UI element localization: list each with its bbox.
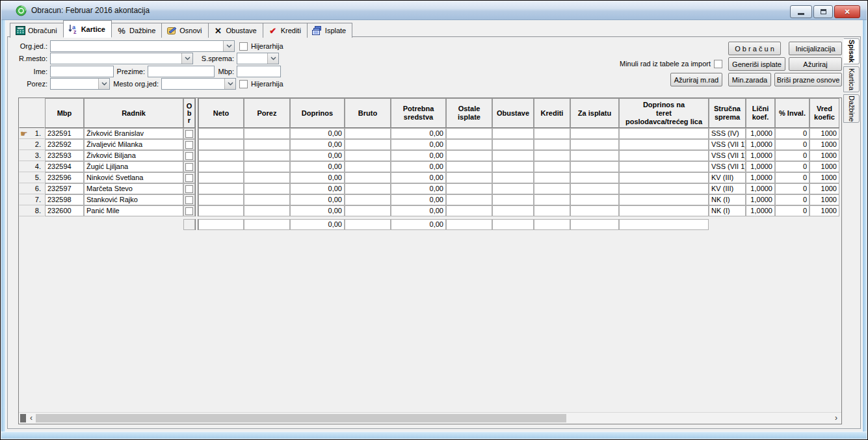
generisi-isplate-button[interactable]: Generiši isplate (728, 57, 785, 71)
cell-doprinos-teret[interactable] (619, 139, 709, 150)
cell-bruto[interactable] (345, 183, 391, 194)
cell-obustave[interactable] (492, 194, 534, 205)
inicijalizacija-button[interactable]: Inicijalizacija (789, 42, 842, 55)
obracun-button[interactable]: O b r a č u n (728, 42, 781, 55)
cell-neto[interactable] (198, 139, 244, 150)
azuriraj-button[interactable]: Ažuriraj (789, 57, 842, 71)
cell-porez[interactable] (244, 139, 290, 150)
cell-mbp[interactable]: 232598 (45, 194, 84, 205)
obr-checkbox[interactable] (185, 152, 193, 160)
cell-krediti[interactable] (534, 205, 570, 216)
s-sprema-dropdown-icon[interactable] (267, 53, 278, 64)
obr-checkbox[interactable] (185, 207, 193, 215)
cell-radnik[interactable]: Žugić Ljiljana (84, 161, 183, 172)
cell-porez[interactable] (244, 194, 290, 205)
cell-porez[interactable] (244, 172, 290, 183)
cell-mbp[interactable]: 232591 (45, 128, 84, 139)
cell-ostale[interactable] (446, 139, 492, 150)
cell-inval[interactable]: 0 (775, 172, 809, 183)
cell-doprinos-teret[interactable] (619, 172, 709, 183)
cell-bruto[interactable] (345, 205, 391, 216)
cell-licni[interactable]: 1,0000 (746, 128, 775, 139)
cell-krediti[interactable] (534, 172, 570, 183)
cell-obustave[interactable] (492, 172, 534, 183)
minuli-rad-checkbox[interactable] (714, 60, 722, 68)
r-mesto-combo[interactable] (50, 53, 193, 64)
cell-vred[interactable]: 1000 (809, 139, 839, 150)
cell-vred[interactable]: 1000 (809, 172, 839, 183)
cell-obr[interactable] (183, 172, 195, 183)
obr-checkbox[interactable] (185, 196, 193, 204)
cell-doprinos[interactable]: 0,00 (290, 194, 345, 205)
cell-obustave[interactable] (492, 128, 534, 139)
cell-mbp[interactable]: 232600 (45, 205, 84, 216)
horizontal-scrollbar[interactable]: ‹ › (19, 412, 841, 424)
cell-radnik[interactable]: Živković Branislav (84, 128, 183, 139)
cell-bruto[interactable] (345, 150, 391, 161)
side-tab-kartica[interactable]: Kartica (843, 66, 860, 92)
cell-radnik[interactable]: Živaljević Milanka (84, 139, 183, 150)
cell-obr[interactable] (183, 139, 195, 150)
cell-mbp[interactable]: 232593 (45, 150, 84, 161)
tab-osnovi[interactable]: Osnovi (161, 23, 208, 38)
maximize-button[interactable] (813, 5, 833, 18)
cell-porez[interactable] (244, 205, 290, 216)
cell-obr[interactable] (183, 183, 195, 194)
cell-potrebna[interactable]: 0,00 (391, 161, 446, 172)
row-selector[interactable]: 5. (19, 172, 45, 183)
cell-strucna[interactable]: VSS (VII 1) (709, 150, 746, 161)
org-jed-dropdown-icon[interactable] (223, 41, 234, 51)
cell-vred[interactable]: 1000 (809, 161, 839, 172)
cell-strucna[interactable]: KV (III) (709, 172, 746, 183)
cell-obustave[interactable] (492, 183, 534, 194)
tab-kartice[interactable]: azKartice (63, 20, 112, 38)
row-selector[interactable]: 3. (19, 150, 45, 161)
tab-obustave[interactable]: ✕Obustave (208, 23, 263, 38)
cell-neto[interactable] (198, 172, 244, 183)
azuriraj-mrad-button[interactable]: Ažuriraj m.rad (670, 73, 722, 86)
cell-ostale[interactable] (446, 183, 492, 194)
cell-potrebna[interactable]: 0,00 (391, 194, 446, 205)
cell-doprinos-teret[interactable] (619, 194, 709, 205)
cell-obustave[interactable] (492, 161, 534, 172)
cell-obustave[interactable] (492, 139, 534, 150)
cell-bruto[interactable] (345, 161, 391, 172)
row-selector[interactable]: 4. (19, 161, 45, 172)
min-zarada-button[interactable]: Min.zarada (728, 73, 771, 86)
cell-licni[interactable]: 1,0000 (746, 161, 775, 172)
s-sprema-combo[interactable] (237, 53, 279, 64)
cell-mbp[interactable]: 232592 (45, 139, 84, 150)
cell-krediti[interactable] (534, 161, 570, 172)
cell-licni[interactable]: 1,0000 (746, 205, 775, 216)
cell-mbp[interactable]: 232597 (45, 183, 84, 194)
cell-za-isplatu[interactable] (570, 172, 619, 183)
cell-neto[interactable] (198, 194, 244, 205)
cell-strucna[interactable]: NK (I) (709, 194, 746, 205)
cell-radnik[interactable]: Panić Mile (84, 205, 183, 216)
cell-potrebna[interactable]: 0,00 (391, 172, 446, 183)
cell-doprinos[interactable]: 0,00 (290, 205, 345, 216)
cell-ostale[interactable] (446, 172, 492, 183)
cell-za-isplatu[interactable] (570, 128, 619, 139)
cell-radnik[interactable]: Živković Biljana (84, 150, 183, 161)
cell-za-isplatu[interactable] (570, 183, 619, 194)
cell-porez[interactable] (244, 161, 290, 172)
cell-doprinos[interactable]: 0,00 (290, 150, 345, 161)
cell-vred[interactable]: 1000 (809, 205, 839, 216)
cell-za-isplatu[interactable] (570, 205, 619, 216)
cell-strucna[interactable]: VSS (VII 1) (709, 139, 746, 150)
cell-inval[interactable]: 0 (775, 150, 809, 161)
cell-neto[interactable] (198, 150, 244, 161)
tab-dazbine[interactable]: %Dažbine (111, 23, 162, 38)
cell-obustave[interactable] (492, 205, 534, 216)
scroll-left-icon[interactable]: ‹ (27, 413, 35, 424)
cell-potrebna[interactable]: 0,00 (391, 150, 446, 161)
cell-ostale[interactable] (446, 194, 492, 205)
title-bar[interactable]: Obracun: Februar 2016 akontacija ✕ (1, 1, 867, 20)
cell-strucna[interactable]: VSS (VII 1) (709, 161, 746, 172)
cell-ostale[interactable] (446, 150, 492, 161)
cell-vred[interactable]: 1000 (809, 194, 839, 205)
cell-potrebna[interactable]: 0,00 (391, 139, 446, 150)
cell-porez[interactable] (244, 183, 290, 194)
obr-checkbox[interactable] (185, 163, 193, 171)
